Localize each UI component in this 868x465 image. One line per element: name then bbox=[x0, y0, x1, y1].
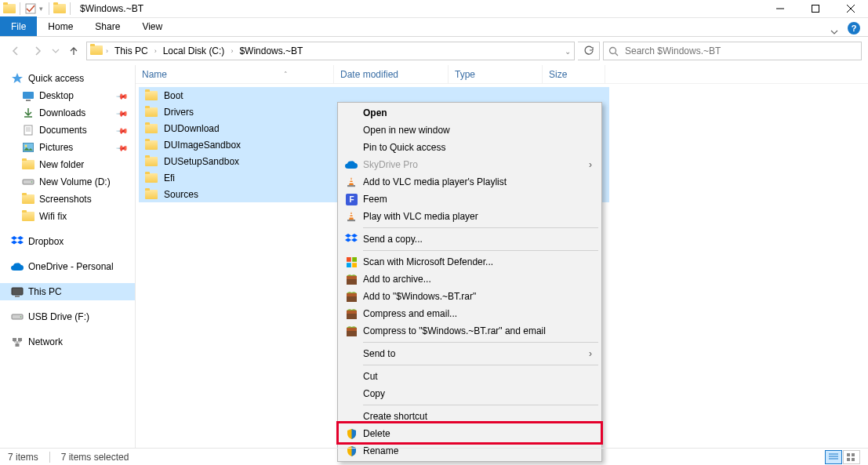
feem-icon: F bbox=[344, 192, 358, 206]
ctx-vlc-play[interactable]: Play with VLC media player bbox=[340, 208, 600, 225]
skydrive-icon bbox=[344, 158, 358, 172]
ctx-compress-email[interactable]: Compress and email... bbox=[340, 305, 600, 322]
address-bar[interactable]: › This PC › Local Disk (C:) › $Windows.~… bbox=[86, 42, 575, 60]
col-date[interactable]: Date modified bbox=[334, 65, 449, 83]
col-name[interactable]: Name˄ bbox=[136, 65, 334, 83]
sidebar-dropbox[interactable]: Dropbox bbox=[0, 233, 135, 250]
up-button[interactable] bbox=[64, 42, 83, 60]
breadcrumb-seg[interactable]: $Windows.~BT bbox=[236, 44, 306, 58]
submenu-arrow-icon: › bbox=[589, 348, 592, 359]
folder-icon bbox=[143, 106, 159, 118]
sidebar-network[interactable]: Network bbox=[0, 333, 135, 351]
svg-rect-51 bbox=[847, 453, 850, 456]
svg-rect-47 bbox=[347, 328, 357, 331]
sort-indicator-icon: ˄ bbox=[284, 71, 288, 78]
ctx-feem[interactable]: FFeem bbox=[340, 191, 600, 208]
column-headers: Name˄ Date modified Type Size bbox=[136, 65, 868, 84]
address-dropdown-icon[interactable]: ⌄ bbox=[563, 47, 572, 56]
ctx-open[interactable]: Open bbox=[340, 104, 600, 122]
close-button[interactable] bbox=[833, 0, 868, 18]
breadcrumb-seg[interactable]: Local Disk (C:) bbox=[160, 44, 228, 58]
ctx-send-to[interactable]: Send to› bbox=[340, 345, 600, 362]
col-type[interactable]: Type bbox=[449, 65, 543, 83]
tab-share[interactable]: Share bbox=[84, 16, 131, 36]
star-icon bbox=[11, 72, 24, 85]
ctx-copy[interactable]: Copy bbox=[340, 385, 600, 402]
search-input[interactable] bbox=[623, 45, 856, 57]
view-details-button[interactable] bbox=[825, 450, 842, 464]
tab-home[interactable]: Home bbox=[37, 16, 84, 36]
ctx-create-shortcut[interactable]: Create shortcut bbox=[340, 408, 600, 425]
folder-icon bbox=[22, 193, 35, 205]
sidebar-folder[interactable]: Screenshots bbox=[0, 191, 135, 208]
folder-icon bbox=[22, 158, 35, 171]
svg-rect-28 bbox=[350, 180, 353, 180]
sidebar-this-pc[interactable]: This PC bbox=[0, 283, 135, 300]
vlc-icon bbox=[344, 209, 358, 223]
qat-folder-icon[interactable] bbox=[53, 2, 66, 15]
sidebar-pictures[interactable]: Pictures📌 bbox=[0, 139, 135, 156]
svg-rect-42 bbox=[347, 296, 357, 302]
ctx-defender[interactable]: Scan with Microsoft Defender... bbox=[340, 253, 600, 271]
ctx-vlc-add[interactable]: Add to VLC media player's Playlist bbox=[340, 173, 600, 191]
svg-rect-38 bbox=[347, 263, 351, 267]
sidebar-folder[interactable]: Wifi fix bbox=[0, 208, 135, 225]
svg-point-16 bbox=[31, 181, 33, 183]
ctx-skydrive[interactable]: SkyDrive Pro› bbox=[340, 156, 600, 173]
ctx-add-archive[interactable]: Add to archive... bbox=[340, 271, 600, 288]
sidebar-usb[interactable]: USB Drive (F:) bbox=[0, 308, 135, 325]
svg-point-14 bbox=[25, 145, 27, 147]
recent-dropdown-icon[interactable] bbox=[50, 42, 61, 60]
svg-rect-9 bbox=[24, 125, 32, 135]
sidebar-onedrive[interactable]: OneDrive - Personal bbox=[0, 258, 135, 275]
svg-rect-52 bbox=[852, 453, 855, 456]
ctx-send-copy[interactable]: Send a copy... bbox=[340, 231, 600, 248]
svg-rect-53 bbox=[847, 458, 850, 461]
view-icons-button[interactable] bbox=[843, 450, 860, 464]
svg-rect-46 bbox=[347, 330, 357, 336]
svg-text:F: F bbox=[349, 195, 354, 204]
nav-bar: › This PC › Local Disk (C:) › $Windows.~… bbox=[0, 37, 868, 65]
address-folder-icon bbox=[90, 45, 103, 57]
sidebar-documents[interactable]: Documents📌 bbox=[0, 122, 135, 139]
shield-icon bbox=[344, 427, 358, 441]
svg-rect-34 bbox=[350, 216, 354, 217]
svg-rect-41 bbox=[347, 276, 357, 279]
ctx-open-new-window[interactable]: Open in new window bbox=[340, 122, 600, 139]
ctx-pin-quick-access[interactable]: Pin to Quick access bbox=[340, 139, 600, 156]
status-selected-count: 7 items selected bbox=[61, 452, 129, 463]
ctx-add-rar[interactable]: Add to "$Windows.~BT.rar" bbox=[340, 288, 600, 305]
desktop-icon bbox=[22, 89, 35, 102]
back-button[interactable] bbox=[6, 42, 25, 60]
svg-rect-22 bbox=[18, 338, 22, 341]
ctx-cut[interactable]: Cut bbox=[340, 368, 600, 385]
file-tab[interactable]: File bbox=[0, 16, 37, 36]
ribbon-collapse-icon[interactable] bbox=[824, 28, 844, 36]
help-button[interactable]: ? bbox=[848, 22, 860, 35]
tab-view[interactable]: View bbox=[131, 16, 173, 36]
sidebar-quick-access[interactable]: Quick access bbox=[0, 70, 135, 87]
file-row[interactable]: Boot bbox=[139, 87, 609, 104]
svg-rect-30 bbox=[347, 185, 355, 187]
refresh-button[interactable] bbox=[578, 42, 600, 60]
forward-button[interactable] bbox=[28, 42, 47, 60]
picture-icon bbox=[22, 141, 35, 154]
qat-dropdown-icon[interactable]: ▾ bbox=[38, 5, 45, 13]
sidebar-downloads[interactable]: Downloads📌 bbox=[0, 104, 135, 122]
defender-icon bbox=[344, 255, 358, 269]
qat-properties-icon[interactable] bbox=[24, 2, 37, 15]
sidebar-folder[interactable]: New folder bbox=[0, 156, 135, 173]
maximize-button[interactable] bbox=[797, 0, 833, 18]
ctx-compress-rar-email[interactable]: Compress to "$Windows.~BT.rar" and email bbox=[340, 322, 600, 340]
col-size[interactable]: Size bbox=[543, 65, 605, 83]
ctx-delete[interactable]: Delete bbox=[340, 425, 600, 442]
search-icon bbox=[608, 46, 619, 56]
folder-icon bbox=[143, 188, 159, 201]
svg-rect-8 bbox=[26, 100, 31, 101]
svg-line-6 bbox=[616, 53, 619, 56]
search-box[interactable] bbox=[603, 42, 862, 60]
minimize-button[interactable] bbox=[762, 0, 797, 18]
breadcrumb-seg[interactable]: This PC bbox=[111, 44, 151, 58]
sidebar-volume[interactable]: New Volume (D:) bbox=[0, 173, 135, 191]
sidebar-desktop[interactable]: Desktop📌 bbox=[0, 87, 135, 104]
